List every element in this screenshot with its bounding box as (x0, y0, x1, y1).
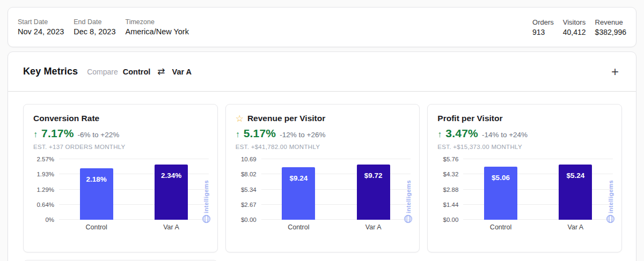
x-axis-label: Var A (336, 223, 411, 231)
metric-cards-row: Conversion Rate ↑ 7.17% -6% to +22% EST.… (23, 104, 622, 252)
x-axis-labels: ControlVar A (59, 220, 209, 231)
plot: $9.24$9.72 (261, 159, 411, 220)
plot: $5.06$5.24 (463, 159, 613, 220)
y-tick-label: 1.93% (36, 171, 54, 177)
orders-stat: Orders 913 (532, 18, 554, 36)
estimate-line: EST. +$41,782.00 MONTHLY (236, 144, 411, 150)
y-tick-label: 10.69 (241, 156, 257, 162)
metric-row: ↑ 5.17% -12% to +26% (236, 127, 411, 140)
metric-row: ↑ 7.17% -6% to +22% (33, 127, 209, 140)
revenue-value: $382,996 (595, 28, 626, 36)
timezone-value[interactable]: America/New York (125, 27, 188, 36)
y-tick-label: $0.00 (443, 217, 459, 223)
start-date-label: Start Date (18, 18, 64, 26)
bar-value-label: 2.18% (86, 175, 107, 220)
x-axis-labels: ControlVar A (261, 220, 411, 231)
key-metrics-panel: Key Metrics Compare Control ⇄ Var A + Co… (8, 51, 636, 261)
watermark-text: intelligems (203, 180, 209, 213)
plot-area: 2.18%2.34% ControlVar A intelligems (59, 159, 209, 231)
y-axis: $0.00$1.44$2.88$4.32$5.76 (437, 159, 463, 220)
bar-var-a: $5.24 (559, 165, 592, 220)
visitors-label: Visitors (563, 18, 586, 26)
y-tick-label: $4.32 (443, 171, 459, 177)
x-axis-label: Var A (538, 223, 613, 231)
card-title-row: Profit per Visitor (437, 114, 613, 123)
up-arrow-icon: ↑ (437, 130, 442, 139)
start-date-field[interactable]: Start Date Nov 24, 2023 (17, 18, 65, 36)
bar-value-label: $9.24 (289, 174, 308, 220)
visitors-value: 40,412 (563, 28, 586, 36)
y-tick-label: $2.67 (241, 202, 257, 208)
star-icon[interactable]: ☆ (236, 114, 244, 123)
estimate-line: EST. +$15,373.00 MONTHLY (437, 144, 613, 150)
y-tick-label: $1.44 (443, 202, 459, 208)
change-value: 5.17% (244, 127, 276, 140)
intelligems-logo-icon (202, 214, 211, 223)
swap-icon[interactable]: ⇄ (157, 66, 165, 77)
x-axis-label: Control (59, 223, 134, 231)
start-date-value[interactable]: Nov 24, 2023 (18, 27, 64, 36)
x-axis-label: Var A (134, 223, 208, 231)
intelligems-logo-icon (404, 214, 413, 223)
orders-label: Orders (532, 18, 554, 26)
filter-summary-bar: Start Date Nov 24, 2023 End Date Dec 8, … (8, 7, 636, 47)
bar-slot: $9.72 (336, 159, 411, 220)
end-date-label: End Date (74, 18, 115, 26)
revenue-per-visitor-card: ☆ Revenue per Visitor ↑ 5.17% -12% to +2… (225, 104, 420, 252)
bar-var-a: 2.34% (155, 165, 188, 220)
plot: 2.18%2.34% (59, 159, 209, 220)
y-tick-label: $5.76 (443, 156, 459, 162)
bar-var-a: $9.72 (357, 165, 390, 220)
end-date-field[interactable]: End Date Dec 8, 2023 (72, 18, 116, 36)
change-range: -12% to +26% (280, 131, 325, 139)
x-axis-label: Control (261, 223, 336, 231)
card-title-row: ☆ Revenue per Visitor (236, 114, 411, 123)
x-axis-labels: ControlVar A (463, 220, 613, 231)
y-tick-label: $5.34 (241, 187, 257, 193)
bar-slot: 2.18% (59, 159, 134, 220)
up-arrow-icon: ↑ (236, 130, 240, 139)
compare-control-selector[interactable]: Control (123, 68, 151, 76)
y-tick-label: 0.64% (36, 202, 54, 208)
card-title: Revenue per Visitor (247, 114, 325, 123)
plot-area: $9.24$9.72 ControlVar A intelligems (261, 159, 411, 231)
bar-value-label: $5.06 (492, 174, 510, 220)
visitors-stat: Visitors 40,412 (563, 18, 586, 36)
intelligems-logo-icon (606, 214, 615, 223)
bar-chart: $0.00$2.67$5.34$8.0210.69 $9.24$9.72 Con… (236, 159, 411, 231)
intelligems-watermark: intelligems (606, 180, 615, 223)
y-axis: $0.00$2.67$5.34$8.0210.69 (236, 159, 261, 220)
change-range: -6% to +22% (78, 131, 120, 139)
date-filters: Start Date Nov 24, 2023 End Date Dec 8, … (17, 18, 190, 36)
timezone-field[interactable]: Timezone America/New York (124, 18, 189, 36)
compare-variant-selector[interactable]: Var A (172, 68, 192, 76)
intelligems-watermark: intelligems (202, 180, 211, 223)
revenue-stat: Revenue $382,996 (595, 18, 626, 36)
intelligems-watermark: intelligems (404, 180, 413, 223)
estimate-line: EST. +137 ORDERS MONTHLY (33, 144, 209, 150)
y-tick-label: $0.00 (241, 217, 257, 223)
end-date-value[interactable]: Dec 8, 2023 (74, 27, 115, 36)
bar-slot: $5.06 (463, 159, 538, 220)
change-range: -14% to +24% (482, 131, 528, 139)
timezone-label: Timezone (125, 18, 188, 26)
compare-label: Compare (87, 68, 118, 76)
y-tick-label: 2.57% (36, 156, 54, 162)
bar-chart: $0.00$1.44$2.88$4.32$5.76 $5.06$5.24 Con… (437, 159, 613, 231)
add-metric-button[interactable]: + (608, 64, 622, 79)
y-tick-label: 0% (45, 217, 54, 223)
change-value: 3.47% (445, 127, 478, 140)
card-title: Profit per Visitor (437, 114, 502, 123)
key-metrics-header: Key Metrics Compare Control ⇄ Var A + (8, 52, 636, 92)
bar-control: 2.18% (80, 168, 113, 220)
bar-slot: $9.24 (261, 159, 336, 220)
y-tick-label: 1.29% (36, 187, 54, 193)
watermark-text: intelligems (405, 180, 412, 213)
y-tick-label: $8.02 (241, 171, 257, 177)
summary-stats: Orders 913 Visitors 40,412 Revenue $382,… (532, 18, 626, 36)
bar-chart: 0%0.64%1.29%1.93%2.57% 2.18%2.34% Contro… (33, 159, 209, 231)
bar-slot: $5.24 (538, 159, 613, 220)
plot-area: $5.06$5.24 ControlVar A intelligems (463, 159, 613, 231)
conversion-rate-card: Conversion Rate ↑ 7.17% -6% to +22% EST.… (23, 104, 218, 252)
watermark-text: intelligems (608, 180, 614, 213)
